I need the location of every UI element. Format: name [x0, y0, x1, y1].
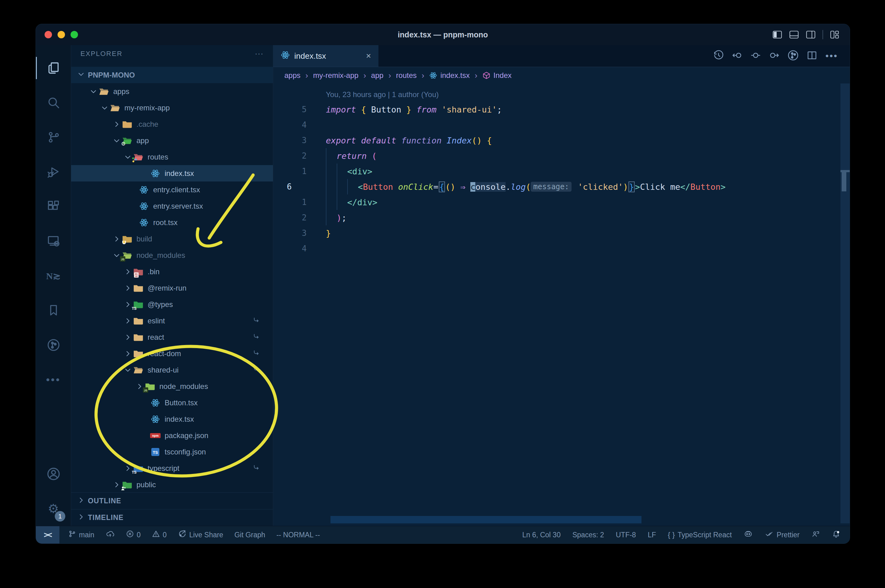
tree-item-.cache[interactable]: .cache	[71, 116, 273, 132]
activity-nx-console[interactable]: N≳	[36, 258, 71, 293]
status-git-graph[interactable]: Git Graph	[234, 531, 265, 539]
breadcrumb-routes[interactable]: routes	[396, 71, 417, 80]
activity-source-control[interactable]	[36, 120, 71, 154]
customize-layout-icon[interactable]	[830, 31, 839, 39]
tree-item-Button.tsx[interactable]: Button.tsx	[71, 394, 273, 411]
breadcrumb-my-remix-app[interactable]: my-remix-app	[313, 71, 359, 80]
outline-section[interactable]: OUTLINE	[71, 492, 273, 509]
tree-item-root.tsx[interactable]: root.tsx	[71, 214, 273, 231]
status-0[interactable]: 0	[152, 530, 167, 540]
tree-item-react[interactable]: react	[71, 329, 273, 345]
activity-bookmarks[interactable]	[36, 293, 71, 328]
tree-item-public[interactable]: public	[71, 476, 273, 492]
activity-more[interactable]: •••	[36, 362, 71, 397]
tree-item-tsconfig.json[interactable]: TStsconfig.json	[71, 444, 273, 460]
status-live-share[interactable]: Live Share	[178, 530, 223, 540]
activity-run-debug[interactable]	[36, 154, 71, 189]
tree-root-pnpm-mono[interactable]: PNPM-MONO	[71, 67, 273, 83]
traffic-light-zoom[interactable]	[71, 31, 78, 38]
activity-git-graph[interactable]	[36, 328, 71, 362]
status-feedback[interactable]	[811, 530, 820, 540]
activity-search[interactable]	[36, 86, 71, 120]
folder-icon: JS	[144, 382, 156, 391]
tree-item-node_modules[interactable]: JSnode_modules	[71, 378, 273, 394]
nav-back-icon[interactable]	[732, 50, 742, 62]
code-token	[393, 182, 398, 192]
warning-triangle-icon	[152, 530, 160, 540]
tree-item-index.tsx[interactable]: index.tsx	[71, 411, 273, 427]
tree-item-entry.client.tsx[interactable]: entry.client.tsx	[71, 182, 273, 198]
tree-item-eslint[interactable]: eslint	[71, 312, 273, 329]
activity-accounts[interactable]	[36, 457, 71, 491]
views-more-icon[interactable]: ···	[255, 50, 263, 58]
more-actions-icon[interactable]: •••	[825, 51, 838, 61]
react-icon	[150, 398, 161, 408]
status-ln-6-col-30[interactable]: Ln 6, Col 30	[522, 531, 561, 539]
status-cloud-upload[interactable]	[105, 530, 115, 540]
status-lf[interactable]: LF	[648, 531, 656, 539]
traffic-light-close[interactable]	[45, 31, 52, 38]
activity-explorer[interactable]	[36, 51, 71, 86]
code-editor[interactable]: You, 23 hours ago | 1 author (You)5impor…	[273, 84, 850, 526]
timeline-section[interactable]: TIMELINE	[71, 509, 273, 526]
nav-forward-icon[interactable]	[769, 50, 780, 62]
traffic-light-minimize[interactable]	[57, 31, 65, 38]
folder-open-icon: ⚙	[122, 136, 133, 145]
chevron-down-icon	[111, 137, 122, 144]
timeline-icon[interactable]	[713, 50, 724, 62]
activity-extensions[interactable]	[36, 189, 71, 224]
code-token: (	[372, 151, 376, 161]
blame-annotation: You, 23 hours ago | 1 author (You)	[273, 87, 850, 102]
toggle-secondary-sidebar-icon[interactable]	[806, 31, 816, 39]
close-tab-icon[interactable]: ×	[366, 51, 371, 61]
tree-item-routes[interactable]: routes	[71, 149, 273, 165]
tree-item-my-remix-app[interactable]: my-remix-app	[71, 99, 273, 116]
tree-item-typescript[interactable]: TStypescript	[71, 460, 273, 476]
tree-item-label: @remix-run	[148, 284, 187, 292]
split-editor-icon[interactable]	[807, 50, 817, 62]
tree-item-react-dom[interactable]: react-dom	[71, 345, 273, 362]
status-copilot[interactable]	[744, 530, 753, 540]
tab-index-tsx[interactable]: index.tsx ×	[273, 45, 378, 67]
folder-icon	[133, 316, 144, 326]
tree-item-@remix-run[interactable]: @remix-run	[71, 280, 273, 296]
status-bell[interactable]	[832, 530, 840, 540]
git-actions-icon[interactable]	[787, 50, 799, 62]
vertical-scrollbar[interactable]	[840, 84, 850, 524]
tree-item-label: typescript	[148, 464, 179, 473]
tree-item-package.json[interactable]: npmpackage.json	[71, 427, 273, 444]
toggle-sidebar-icon[interactable]	[772, 31, 782, 39]
status-right: Ln 6, Col 30Spaces: 2UTF-8LF{ }TypeScrip…	[522, 530, 850, 540]
status-utf-8[interactable]: UTF-8	[616, 531, 636, 539]
toggle-panel-icon[interactable]	[789, 31, 799, 39]
status-main[interactable]: main	[68, 530, 94, 540]
tree-item-label: apps	[113, 87, 129, 96]
status-spaces-2[interactable]: Spaces: 2	[572, 531, 604, 539]
tree-item-.bin[interactable]: 0110.bin	[71, 263, 273, 280]
breadcrumb-app[interactable]: app	[371, 71, 384, 80]
tree-item-app[interactable]: ⚙app	[71, 132, 273, 149]
tree-item-index.tsx[interactable]: index.tsx	[71, 165, 273, 182]
breadcrumb-Index[interactable]: Index	[482, 71, 512, 80]
activity-remote-explorer[interactable]	[36, 224, 71, 258]
status-typescript-react[interactable]: { }TypeScript React	[668, 531, 732, 539]
code-token: (	[526, 182, 531, 192]
tree-item-node_modules[interactable]: JSnode_modules	[71, 247, 273, 263]
status-0[interactable]: 0	[126, 530, 141, 540]
remote-indicator[interactable]: ><	[36, 526, 59, 543]
status--normal-[interactable]: -- NORMAL --	[276, 531, 320, 539]
scrollbar-thumb[interactable]	[842, 172, 846, 191]
status-prettier[interactable]: Prettier	[765, 530, 799, 540]
activity-settings[interactable]: ⚙1	[36, 491, 71, 526]
line-number: 4	[273, 244, 326, 253]
tree-item-build[interactable]: build	[71, 231, 273, 247]
text-cursor: c	[470, 182, 475, 192]
breadcrumb-apps[interactable]: apps	[284, 71, 301, 80]
tree-item-shared-ui[interactable]: shared-ui	[71, 362, 273, 378]
tree-item-entry.server.tsx[interactable]: entry.server.tsx	[71, 198, 273, 214]
tree-item-apps[interactable]: apps	[71, 83, 273, 99]
horizontal-scrollbar-thumb[interactable]	[331, 516, 641, 524]
tree-item-@types[interactable]: TS@types	[71, 296, 273, 312]
nav-circle-icon[interactable]	[750, 50, 761, 62]
breadcrumb-index.tsx[interactable]: index.tsx	[429, 71, 470, 80]
